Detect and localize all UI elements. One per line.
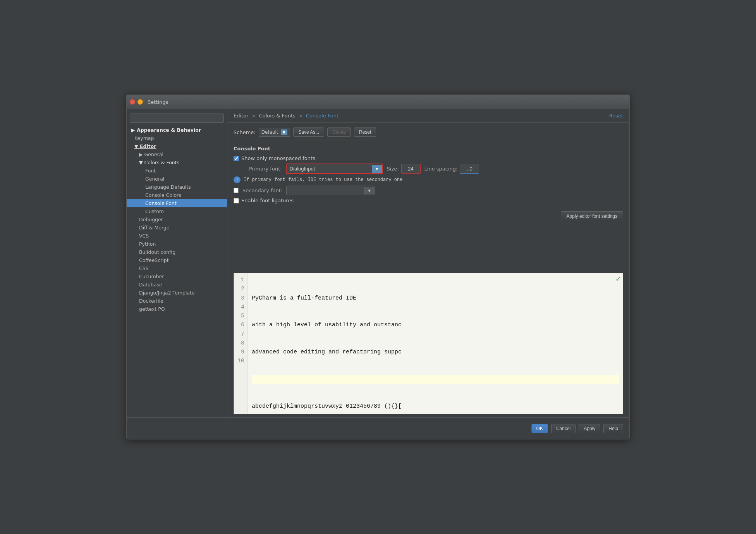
sidebar-item-console-colors[interactable]: Console Colors: [127, 191, 227, 199]
sidebar-item-vcs[interactable]: VCS: [127, 232, 227, 240]
sidebar-item-database[interactable]: Database: [127, 281, 227, 289]
info-icon: !: [234, 176, 241, 183]
preview-line-5: abcdefghijklmnopqrstuvwxyz 0123456789 ()…: [252, 402, 619, 411]
font-section-title: Console Font: [234, 144, 623, 153]
save-as-button[interactable]: Save As...: [293, 127, 324, 137]
sidebar-item-keymap[interactable]: Keymap: [127, 134, 227, 142]
primary-font-dropdown-btn[interactable]: ▼: [372, 165, 382, 173]
sidebar-item-custom[interactable]: Custom: [127, 207, 227, 215]
line-spacing-container: Line spacing:: [424, 164, 479, 174]
sidebar-item-cucumber[interactable]: Cucumber: [127, 272, 227, 281]
monospaced-checkbox[interactable]: [234, 156, 239, 161]
line-num-8: 8: [237, 339, 244, 348]
size-label: Size:: [387, 166, 399, 172]
line-num-10: 10: [237, 357, 244, 365]
apply-editor-btn-row: Apply editor font settings: [234, 211, 623, 221]
secondary-font-label: Secondary font:: [242, 188, 282, 193]
secondary-font-input[interactable]: [287, 186, 364, 195]
checkmark-icon: ✓: [615, 275, 621, 283]
breadcrumb-bar: Editor > Colors & Fonts > Console Font R…: [227, 109, 629, 123]
scheme-row: Scheme: Default ▼ Save As... Delete Rese…: [234, 127, 623, 137]
breadcrumb-part-colors: Colors & Fonts: [259, 113, 296, 119]
sidebar: ▶ Appearance & Behavior Keymap ▼ Editor …: [127, 109, 227, 417]
sidebar-item-general[interactable]: ▶ General: [127, 150, 227, 158]
breadcrumb-sep-1: >: [252, 113, 258, 119]
preview-area: 1 2 3 4 5 6 7 8 9 10 PyCharm is a full-f…: [234, 273, 623, 414]
breadcrumb-sep-2: >: [299, 113, 304, 119]
line-num-4: 4: [237, 303, 244, 312]
line-spacing-input[interactable]: [460, 164, 479, 174]
sidebar-item-dockerfile[interactable]: Dockerfile: [127, 297, 227, 305]
primary-font-row: Primary font: ▼ Size: Line spacing:: [249, 164, 623, 174]
info-row: ! If primary font fails, IDE tries to us…: [234, 176, 623, 183]
sidebar-item-console-font[interactable]: Console Font: [127, 199, 227, 207]
breadcrumb: Editor > Colors & Fonts > Console Font: [234, 113, 338, 119]
ligatures-label: Enable font ligatures: [241, 198, 294, 203]
ligatures-checkbox[interactable]: [234, 198, 239, 203]
arrow-icon: ▶: [131, 127, 137, 133]
help-button[interactable]: Help: [603, 424, 623, 433]
reset-button[interactable]: Reset: [354, 127, 376, 137]
line-num-6: 6: [237, 320, 244, 329]
main-content: ▶ Appearance & Behavior Keymap ▼ Editor …: [127, 109, 629, 417]
primary-font-select-container: ▼: [286, 164, 383, 174]
arrow-icon: ▼: [134, 143, 140, 149]
info-text: If primary font fails, IDE tries to use …: [244, 177, 402, 183]
close-button[interactable]: [130, 99, 135, 105]
font-section: Console Font Show only monospaced fonts …: [234, 141, 623, 206]
cancel-button[interactable]: Cancel: [551, 424, 576, 433]
search-input[interactable]: [130, 114, 224, 123]
breadcrumb-part-editor: Editor: [234, 113, 248, 119]
secondary-font-checkbox[interactable]: [234, 188, 239, 193]
preview-line-3: advanced code editing and refactoring su…: [252, 348, 619, 357]
sidebar-item-general2[interactable]: General: [127, 175, 227, 183]
secondary-font-row: Secondary font: ▼: [234, 186, 623, 195]
sidebar-item-colors-fonts[interactable]: ▼ Colors & Fonts: [127, 158, 227, 167]
monospaced-checkbox-row: Show only monospaced fonts: [234, 155, 623, 161]
sidebar-item-debugger[interactable]: Debugger: [127, 215, 227, 224]
ok-button[interactable]: OK: [531, 424, 548, 433]
preview-line-2: with a high level of usability and outst…: [252, 320, 619, 329]
sidebar-item-gettext[interactable]: gettext PO: [127, 305, 227, 313]
sidebar-item-diff-merge[interactable]: Diff & Merge: [127, 224, 227, 232]
arrow-icon: ▼: [139, 160, 144, 165]
scheme-value: Default: [261, 129, 278, 135]
line-num-5: 5: [237, 312, 244, 320]
content-area: Editor > Colors & Fonts > Console Font R…: [227, 109, 629, 417]
scheme-label: Scheme:: [234, 129, 256, 135]
sidebar-item-css[interactable]: CSS: [127, 264, 227, 272]
minimize-button[interactable]: [137, 99, 143, 105]
reset-link[interactable]: Reset: [609, 113, 623, 119]
primary-font-input[interactable]: [287, 164, 372, 173]
sidebar-item-django[interactable]: Django/Jinja2 Template: [127, 289, 227, 297]
monospaced-label: Show only monospaced fonts: [241, 155, 315, 161]
size-input[interactable]: [401, 164, 421, 174]
sidebar-item-python[interactable]: Python: [127, 240, 227, 248]
line-num-1: 1: [237, 276, 244, 284]
preview-line-4: [252, 375, 619, 384]
arrow-icon: ▶: [139, 152, 144, 157]
scheme-select[interactable]: Default ▼: [259, 128, 290, 137]
sidebar-item-language-defaults[interactable]: Language Defaults: [127, 183, 227, 191]
line-numbers: 1 2 3 4 5 6 7 8 9 10: [234, 273, 248, 414]
sidebar-item-buildout[interactable]: Buildout config: [127, 248, 227, 256]
delete-button[interactable]: Delete: [327, 127, 351, 137]
primary-font-label: Primary font:: [249, 166, 282, 172]
apply-editor-font-button[interactable]: Apply editor font settings: [561, 211, 623, 221]
breadcrumb-part-console-font: Console Font: [306, 113, 338, 119]
settings-panel: Scheme: Default ▼ Save As... Delete Rese…: [227, 123, 629, 273]
ligatures-checkbox-row: Enable font ligatures: [234, 198, 623, 203]
secondary-font-container: ▼: [286, 186, 375, 195]
preview-code: PyCharm is a full-featured IDE with a hi…: [248, 273, 623, 414]
size-container: Size:: [387, 164, 421, 174]
sidebar-item-font[interactable]: Font: [127, 167, 227, 175]
line-num-7: 7: [237, 330, 244, 339]
sidebar-item-editor[interactable]: ▼ Editor: [127, 142, 227, 150]
apply-button[interactable]: Apply: [579, 424, 600, 433]
dialog-title: Settings: [148, 99, 168, 105]
sidebar-item-appearance[interactable]: ▶ Appearance & Behavior: [127, 126, 227, 134]
sidebar-item-coffeescript[interactable]: CoffeeScript: [127, 256, 227, 264]
line-num-3: 3: [237, 294, 244, 303]
secondary-font-dropdown-btn[interactable]: ▼: [364, 187, 374, 195]
settings-dialog: Settings ▶ Appearance & Behavior Keymap …: [126, 95, 630, 439]
